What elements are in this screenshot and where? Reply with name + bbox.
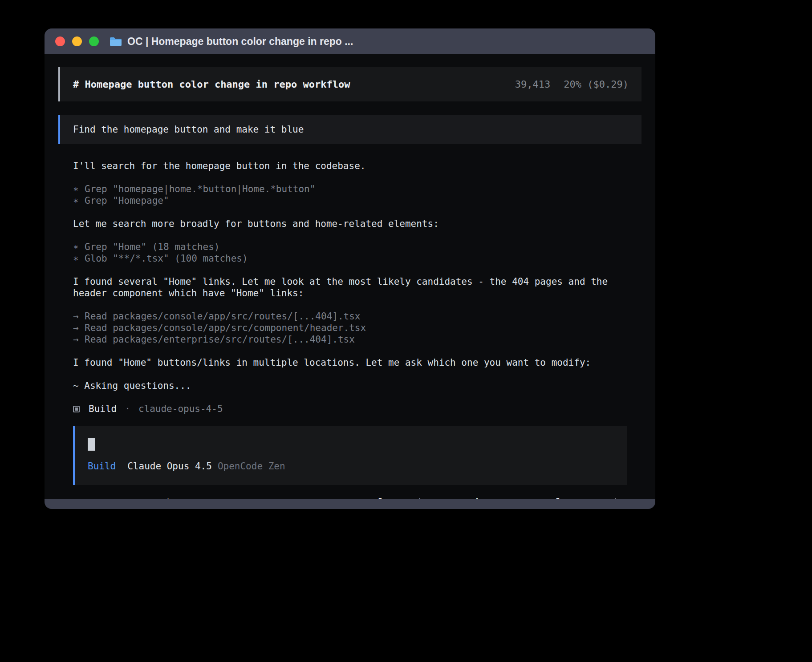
user-message-text: Find the homepage button and make it blu… xyxy=(73,124,304,135)
tool-call-line: →Read packages/console/app/src/component… xyxy=(73,322,627,334)
tool-bullet-icon: ∗ xyxy=(73,253,85,264)
tool-call-text: Grep "Homepage" xyxy=(85,195,169,206)
prompt-input[interactable]: BuildClaude Opus 4.5OpenCode Zen xyxy=(73,426,627,485)
tool-call-line: ∗Grep "Home" (18 matches) xyxy=(73,241,627,253)
minimize-button[interactable] xyxy=(72,36,82,46)
read-arrow-icon: → xyxy=(73,322,85,334)
titlebar[interactable]: OC | Homepage button color change in rep… xyxy=(45,28,655,54)
tool-call-group: ∗Grep "homepage|home.*button|Home.*butto… xyxy=(73,183,627,206)
window-title-group: OC | Homepage button color change in rep… xyxy=(110,36,353,48)
agent-icon xyxy=(73,406,80,412)
assistant-text: I found "Home" buttons/links in multiple… xyxy=(73,357,627,368)
read-arrow-icon: → xyxy=(73,334,85,345)
conversation: I'll search for the homepage button in t… xyxy=(58,144,641,499)
assistant-text: I'll search for the homepage button in t… xyxy=(73,160,627,172)
input-meta: BuildClaude Opus 4.5OpenCode Zen xyxy=(88,460,614,472)
terminal-content: # Homepage button color change in repo w… xyxy=(45,54,655,499)
agent-separator: · xyxy=(125,403,130,415)
assistant-text-line: I found several "Home" links. Let me loo… xyxy=(73,276,627,287)
window-title: OC | Homepage button color change in rep… xyxy=(127,36,353,48)
assistant-text: Let me search more broadly for buttons a… xyxy=(73,218,627,230)
assistant-text-line: header component which have "Home" links… xyxy=(73,287,627,299)
zoom-button[interactable] xyxy=(89,36,99,46)
tool-bullet-icon: ∗ xyxy=(73,183,85,195)
tool-call-text: Grep "Home" (18 matches) xyxy=(85,242,219,252)
session-stats: 39,413 20% ($0.29) xyxy=(515,79,629,90)
tool-call-line: ∗Grep "homepage|home.*button|Home.*butto… xyxy=(73,183,627,195)
tool-call-text: Read packages/console/app/src/component/… xyxy=(85,323,366,333)
terminal-window: OC | Homepage button color change in rep… xyxy=(45,28,655,509)
window-bottom-chrome xyxy=(45,499,655,509)
tool-call-line: ∗Glob "**/*.tsx" (100 matches) xyxy=(73,253,627,264)
context-cost: 20% ($0.29) xyxy=(564,79,629,90)
tool-call-line: →Read packages/console/app/src/routes/[.… xyxy=(73,311,627,322)
read-arrow-icon: → xyxy=(73,311,85,322)
tool-call-line: ∗Grep "Homepage" xyxy=(73,195,627,206)
mode-label: Build xyxy=(88,461,116,472)
traffic-lights xyxy=(55,36,99,46)
tool-call-text: Glob "**/*.tsx" (100 matches) xyxy=(85,253,248,264)
input-cursor xyxy=(88,438,95,451)
tool-call-group: →Read packages/console/app/src/routes/[.… xyxy=(73,311,627,345)
tool-call-line: →Read packages/enterprise/src/routes/[..… xyxy=(73,334,627,345)
user-message: Find the homepage button and make it blu… xyxy=(58,115,641,144)
agent-model: claude-opus-4-5 xyxy=(138,403,223,415)
assistant-text: I found several "Home" links. Let me loo… xyxy=(73,276,627,299)
tool-bullet-icon: ∗ xyxy=(73,241,85,253)
session-title: # Homepage button color change in repo w… xyxy=(73,79,350,90)
agent-name: Build xyxy=(89,403,117,415)
asking-status: ~ Asking questions... xyxy=(73,380,627,392)
tool-bullet-icon: ∗ xyxy=(73,195,85,206)
tool-call-group: ∗Grep "Home" (18 matches) ∗Glob "**/*.ts… xyxy=(73,241,627,264)
provider-label: OpenCode Zen xyxy=(218,461,285,472)
tool-call-text: Grep "homepage|home.*button|Home.*button… xyxy=(85,184,315,194)
session-header: # Homepage button color change in repo w… xyxy=(58,67,641,101)
tool-call-text: Read packages/console/app/src/routes/[..… xyxy=(85,311,361,322)
agent-status: Build · claude-opus-4-5 xyxy=(73,403,627,415)
model-label: Claude Opus 4.5 xyxy=(127,461,212,472)
close-button[interactable] xyxy=(55,36,65,46)
folder-icon xyxy=(110,36,122,46)
token-count: 39,413 xyxy=(515,79,550,90)
tool-call-text: Read packages/enterprise/src/routes/[...… xyxy=(85,334,355,345)
